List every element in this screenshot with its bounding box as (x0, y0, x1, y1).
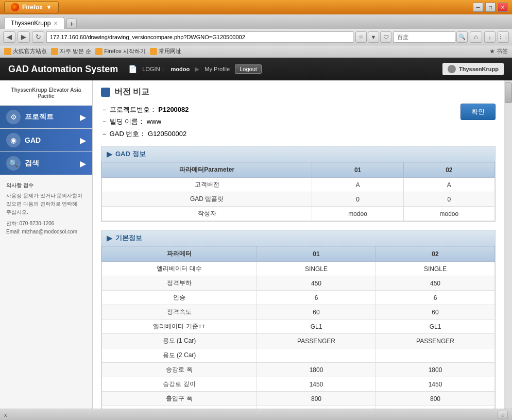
resize-handle[interactable]: ⊿ (498, 411, 508, 419)
gad-v1-0: A (312, 178, 403, 192)
basic-col1: 01 (257, 246, 376, 262)
menu-icon[interactable]: ⋮⋮ (498, 31, 509, 43)
basic-v1-8: 1450 (257, 377, 376, 392)
header-nav: 📄 LOGIN： modoo ▶ My Profile Logout (128, 64, 261, 74)
basic-v2-9: 800 (376, 392, 495, 406)
basic-v2-10: 2400 (376, 406, 495, 409)
bookmark-icon[interactable]: ▼ (368, 31, 379, 43)
shield-icon[interactable]: 🛡 (380, 31, 391, 43)
confirm-button[interactable]: 확인 (460, 104, 496, 120)
tk-brand-icon (448, 65, 456, 73)
star-icon[interactable]: ☆ (355, 31, 367, 43)
new-tab-button[interactable]: + (66, 19, 77, 29)
search-icon[interactable]: 🔍 (456, 31, 468, 43)
sidebar-contact: 의사항 접수 사용상 문제가 있거나 문의사항이있으면 다음의 연락처로 연락해… (0, 175, 92, 242)
gad-v2-2: modoo (403, 207, 494, 221)
table-row: 고객버전 A A (102, 178, 495, 192)
app-title: GAD Automation System (8, 64, 118, 75)
basic-v1-5: PASSENGER (257, 334, 376, 348)
address-bar: ◀ ▶ ↻ ☆ ▼ 🛡 🔍 ⌂ ↓ ⋮⋮ (0, 29, 512, 45)
basic-section-arrow-icon: ▶ (107, 234, 112, 242)
close-button[interactable]: ✕ (498, 3, 508, 12)
tk-logo: ThyssenKrupp (442, 63, 504, 75)
basic-info-section: ▶ 기본정보 파라메터 01 02 엘리베이터 대수 SINGLE SINGLE… (101, 230, 496, 409)
building-value: www (147, 117, 161, 125)
basic-param-9: 출입구 폭 (102, 392, 257, 406)
basic-param-2: 인승 (102, 291, 257, 305)
back-button[interactable]: ◀ (3, 31, 15, 43)
my-profile-link[interactable]: My Profile (204, 66, 230, 72)
page-title: 버전 비교 (101, 87, 496, 97)
basic-param-6: 용도 (2 Car) (102, 348, 257, 363)
bookmark-item-2[interactable]: Firefox 시작하기 (95, 47, 146, 55)
search-input[interactable] (394, 31, 455, 43)
firefox-button[interactable]: Firefox ▼ (4, 1, 59, 13)
sidebar-item-gad[interactable]: ◉ GAD ▶ (0, 129, 92, 152)
basic-v2-4: GL1 (376, 320, 495, 334)
scroll-thumb[interactable] (505, 82, 512, 103)
login-user: modoo (171, 66, 190, 72)
home-button[interactable]: ⌂ (470, 31, 482, 43)
basic-param-5: 용도 (1 Car) (102, 334, 257, 348)
addr-icons: ☆ ▼ 🛡 (355, 31, 391, 43)
download-icon[interactable]: ↓ (484, 31, 496, 43)
browser-titlebar: Firefox ▼ ─ □ ✕ (0, 0, 512, 14)
table-row: 엘리베이터 기준++ GL1 GL1 (102, 320, 495, 334)
refresh-button[interactable]: ↻ (32, 31, 44, 43)
building-label: － 빌딩 이름： (101, 117, 145, 125)
bookmark-item-3[interactable]: 常用网址 (150, 47, 181, 55)
basic-v2-5: PASSENGER (376, 334, 495, 348)
table-row: 용도 (2 Car) (102, 348, 495, 363)
project-no-value: P1200082 (158, 106, 189, 113)
sidebar: ThyssenKrupp Elevator Asia Pacific ⚙ 프로젝… (0, 80, 93, 409)
table-row: 정격속도 60 60 (102, 305, 495, 320)
table-row: 출입구 폭 800 800 (102, 392, 495, 406)
bookmark-label-1: 자주 방문 순 (60, 47, 91, 55)
contact-phone: 전화: 070-8730-1206 (6, 220, 86, 228)
address-input[interactable] (46, 31, 353, 43)
firefox-label: Firefox (22, 4, 43, 11)
gad-param-1: GAD 템플릿 (102, 192, 312, 207)
tab-close-icon[interactable]: ✕ (54, 21, 58, 26)
gad-col1: 01 (312, 162, 403, 178)
basic-v2-1: 450 (376, 276, 495, 291)
basic-v1-1: 450 (257, 276, 376, 291)
maximize-button[interactable]: □ (485, 3, 496, 12)
main-layout: ThyssenKrupp Elevator Asia Pacific ⚙ 프로젝… (0, 80, 512, 409)
gad-v2-1: 0 (403, 192, 494, 207)
bookmark-item-0[interactable]: 火狐官方站点 (4, 47, 47, 55)
sidebar-item-search[interactable]: 🔍 검색 ▶ (0, 152, 92, 175)
basic-v2-7: 1800 (376, 363, 495, 377)
bookmark-icon-2 (95, 48, 103, 55)
table-row: 승강로 깊이 1450 1450 (102, 377, 495, 392)
sidebar-item-projects[interactable]: ⚙ 프로젝트 ▶ (0, 106, 92, 129)
scrollbar[interactable] (504, 80, 512, 409)
basic-v1-3: 60 (257, 305, 376, 320)
basic-v2-6 (376, 348, 495, 363)
gad-v2-0: A (403, 178, 494, 192)
gad-no-label: － GAD 번호： (101, 130, 146, 138)
gad-info-header: ▶ GAD 정보 (101, 146, 495, 162)
gad-arrow: ▶ (80, 136, 86, 145)
basic-v2-2: 6 (376, 291, 495, 305)
basic-col0: 파라메터 (102, 246, 257, 262)
gad-icon: ◉ (6, 133, 21, 147)
status-bar: x ⊿ (0, 409, 512, 420)
basic-v1-2: 6 (257, 291, 376, 305)
section-arrow-icon: ▶ (107, 150, 112, 158)
page-title-icon (101, 88, 110, 97)
active-tab[interactable]: ThyssenKrupp ✕ (4, 17, 64, 29)
gad-col2: 02 (403, 162, 494, 178)
forward-button[interactable]: ▶ (18, 31, 30, 43)
table-row: 용도 (1 Car) PASSENGER PASSENGER (102, 334, 495, 348)
minimize-button[interactable]: ─ (473, 3, 483, 12)
gad-param-0: 고객버전 (102, 178, 312, 192)
building-row: － 빌딩 이름： www (101, 115, 189, 127)
projects-icon: ⚙ (6, 110, 21, 124)
basic-info-title: 기본정보 (115, 233, 142, 243)
table-row: GAD 템플릿 0 0 (102, 192, 495, 207)
logout-button[interactable]: Logout (235, 64, 262, 74)
basic-param-4: 엘리베이터 기준++ (102, 320, 257, 334)
bookmark-item-1[interactable]: 자주 방문 순 (51, 47, 91, 55)
search-icon-sidebar: 🔍 (6, 156, 21, 171)
